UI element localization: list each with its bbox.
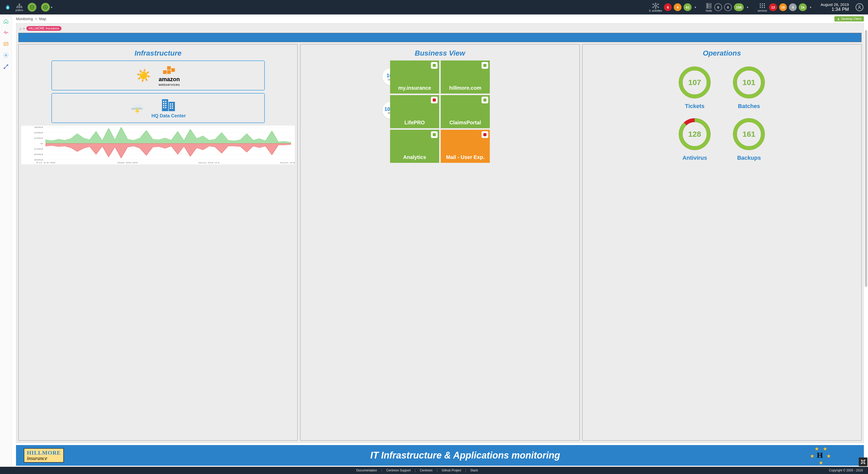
panel-title: Infrastructure xyxy=(134,49,182,57)
panel-operations: Operations 107 Tickets 101 Batches 128 A… xyxy=(582,44,862,441)
hosts-hollow2-pill[interactable]: 0 xyxy=(724,3,732,11)
hosts-hollow1-pill[interactable]: 0 xyxy=(714,3,722,11)
footer-link-github-project[interactable]: Github Project xyxy=(441,469,461,472)
footer-link-centreon-support[interactable]: Centreon Support xyxy=(386,469,411,472)
svg-point-25 xyxy=(762,5,763,6)
ops-label: Tickets xyxy=(685,103,705,110)
svc-green-pill[interactable]: 1k xyxy=(799,3,807,11)
sidebar-item-reporting[interactable] xyxy=(1,39,10,49)
gauge-ring: 107 xyxy=(678,66,711,99)
footer-link-slack[interactable]: Slack xyxy=(470,469,478,472)
svg-rect-37 xyxy=(167,66,171,70)
svg-rect-42 xyxy=(165,101,166,102)
target-status-icon[interactable] xyxy=(41,3,50,11)
svg-rect-48 xyxy=(165,107,166,108)
svg-point-5 xyxy=(30,5,34,7)
ops-label: Batches xyxy=(738,103,760,110)
svc-grey-pill[interactable]: 4 xyxy=(789,3,797,11)
svg-point-13 xyxy=(655,3,656,4)
ba-red-pill[interactable]: 6 xyxy=(664,3,672,11)
status-dot xyxy=(431,97,438,103)
desktop-client-button[interactable]: Desktop Client xyxy=(834,16,864,22)
map-breadcrumb: ⌂ > HILLMORE Insurance xyxy=(16,24,864,31)
ba-green-pill[interactable]: 61 xyxy=(684,3,691,11)
bv-tile-lifepro[interactable]: LifePRO xyxy=(390,95,439,128)
ops-backups[interactable]: 161 Backups xyxy=(727,117,771,167)
svg-rect-41 xyxy=(163,101,164,102)
chevron-down-icon[interactable]: ▾ xyxy=(810,6,811,9)
chevron-down-icon[interactable]: ▾ xyxy=(747,6,748,9)
scrollbar[interactable] xyxy=(864,30,867,458)
bv-tile-label: LifePRO xyxy=(405,120,425,126)
svg-rect-36 xyxy=(167,70,171,74)
svg-text:128: 128 xyxy=(688,130,701,138)
app-logo[interactable] xyxy=(5,4,11,10)
svg-text:20M: 20M xyxy=(34,132,43,134)
star-icon: ★ xyxy=(826,453,831,460)
map-tag[interactable]: HILLMORE Insurance xyxy=(26,26,61,31)
svg-rect-52 xyxy=(172,106,173,107)
svc-red-pill[interactable]: 13 xyxy=(769,3,777,11)
bv-tile-label: my.insurance xyxy=(398,85,431,91)
svg-rect-86 xyxy=(862,461,864,463)
sidebar-item-home[interactable] xyxy=(1,17,10,26)
hosts-group: hosts 0 0 158 ▾ xyxy=(706,3,748,12)
map-header-strip xyxy=(18,33,862,42)
content-area: Monitoring > Map Desktop Client ⌂ > HILL… xyxy=(12,14,868,467)
ops-tickets[interactable]: 107 Tickets xyxy=(673,66,717,115)
chevron-down-icon[interactable]: ▾ xyxy=(51,6,53,9)
svg-point-24 xyxy=(760,5,761,6)
home-icon[interactable]: ⌂ xyxy=(20,27,22,30)
svg-text:161: 161 xyxy=(742,130,755,138)
panel-business-view: Business View 164 users 10.63 hits/s my.… xyxy=(300,44,580,441)
traffic-chart[interactable]: 30M20M10M010M20M30MFri 13:50Sat 09:05Sun… xyxy=(21,126,295,165)
gauge-ring: 101 xyxy=(732,66,766,99)
infra-tile-aws[interactable]: ☀️ amazon webservices xyxy=(52,60,265,90)
svg-point-8 xyxy=(655,5,656,6)
svc-orange-pill[interactable]: 15 xyxy=(779,3,787,11)
hosts-green-pill[interactable]: 158 xyxy=(734,3,744,11)
svg-point-9 xyxy=(653,4,654,5)
ops-antivirus[interactable]: 128 Antivirus xyxy=(673,117,717,167)
banner-title: IT Infrastructure & Applications monitor… xyxy=(74,450,856,461)
pollers-indicator[interactable]: pollers xyxy=(16,3,23,11)
building-icon xyxy=(159,98,178,112)
infra-tile-hq[interactable]: 🌩️ HQ Data Center xyxy=(52,93,265,123)
status-dot xyxy=(482,62,488,69)
breadcrumb-map[interactable]: Map xyxy=(39,17,46,21)
bv-tile-analytics[interactable]: Analytics xyxy=(390,130,439,163)
svg-point-22 xyxy=(762,3,763,4)
download-icon xyxy=(837,18,840,21)
status-dot xyxy=(482,131,488,138)
panel-infrastructure: Infrastructure ☀️ amazon webservices 🌩️ xyxy=(18,44,298,441)
user-avatar[interactable] xyxy=(856,3,863,11)
sidebar-item-monitoring[interactable] xyxy=(1,28,10,37)
svg-text:Sun 23:36: Sun 23:36 xyxy=(280,162,295,164)
sidebar-item-administration[interactable] xyxy=(1,62,10,71)
footer-link-centreon[interactable]: Centreon xyxy=(420,469,432,472)
footer-link-documentation[interactable]: Documentation xyxy=(356,469,377,472)
svg-text:30M: 30M xyxy=(34,159,43,161)
svg-point-21 xyxy=(760,3,761,4)
bv-tile-hillmore-com[interactable]: hillmore.com xyxy=(441,60,490,94)
svg-rect-4 xyxy=(21,7,22,8)
ops-batches[interactable]: 101 Batches xyxy=(727,66,771,115)
chevron-down-icon[interactable]: ▾ xyxy=(695,6,696,9)
svg-rect-53 xyxy=(170,108,171,109)
sidebar-item-configuration[interactable] xyxy=(1,51,10,60)
hillmore-logo: HILLMORE insurance xyxy=(24,448,64,463)
bv-tile-mail-user-exp-[interactable]: Mail - User Exp. xyxy=(441,130,490,163)
copyright: Copyright © 2005 - 2019 xyxy=(829,469,863,472)
svg-rect-50 xyxy=(172,103,173,105)
b-activities-icon[interactable]: b. activities xyxy=(649,3,662,12)
ops-label: Antivirus xyxy=(683,154,707,161)
ba-orange-pill[interactable]: 4 xyxy=(674,3,681,11)
bv-tile-my-insurance[interactable]: my.insurance xyxy=(390,60,439,94)
fullscreen-button[interactable] xyxy=(859,457,867,466)
bv-tile-claimsportal[interactable]: ClaimsPortal xyxy=(441,95,490,128)
services-icon[interactable]: services xyxy=(758,3,767,12)
db-status-icon[interactable] xyxy=(28,3,36,11)
hosts-icon[interactable]: hosts xyxy=(706,3,712,12)
bv-tile-label: hillmore.com xyxy=(449,85,481,91)
breadcrumb-monitoring[interactable]: Monitoring xyxy=(16,17,33,21)
